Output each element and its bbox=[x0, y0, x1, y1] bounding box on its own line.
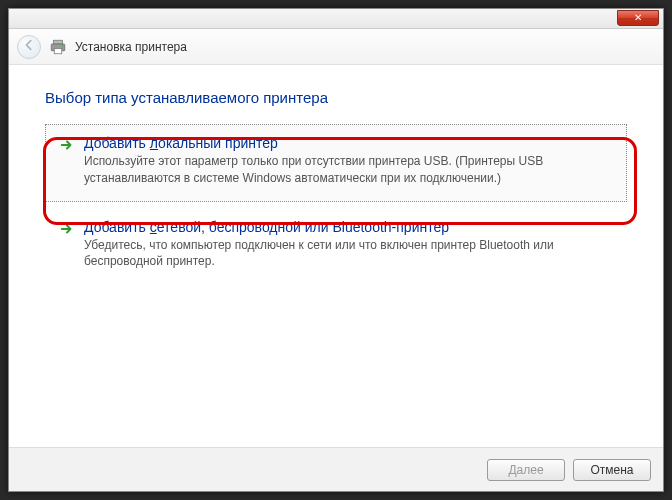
footer: Далее Отмена bbox=[9, 447, 663, 491]
svg-point-3 bbox=[62, 45, 64, 47]
back-button[interactable] bbox=[17, 35, 41, 59]
content: Выбор типа устанавливаемого принтера Доб… bbox=[9, 65, 663, 285]
next-button: Далее bbox=[487, 459, 565, 481]
option-description: Убедитесь, что компьютер подключен к сет… bbox=[84, 237, 612, 271]
option-title-accel: л bbox=[150, 135, 158, 151]
option-title: Добавить сетевой, беспроводной или Bluet… bbox=[84, 219, 612, 235]
page-title: Выбор типа устанавливаемого принтера bbox=[45, 89, 627, 106]
next-button-label: алее bbox=[517, 463, 544, 477]
header-title: Установка принтера bbox=[75, 40, 187, 54]
option-title-post: окальный принтер bbox=[158, 135, 278, 151]
option-add-network-printer[interactable]: Добавить сетевой, беспроводной или Bluet… bbox=[45, 208, 627, 286]
option-title-accel: с bbox=[150, 219, 157, 235]
header: Установка принтера bbox=[9, 29, 663, 65]
next-button-accel: Д bbox=[508, 463, 516, 477]
option-description: Используйте этот параметр только при отс… bbox=[84, 153, 612, 187]
svg-rect-2 bbox=[54, 48, 62, 53]
printer-icon bbox=[49, 38, 67, 56]
option-title: Добавить локальный принтер bbox=[84, 135, 612, 151]
cancel-button-label: Отмена bbox=[590, 463, 633, 477]
close-button[interactable]: ✕ bbox=[617, 10, 659, 26]
option-title-pre: Добавить bbox=[84, 219, 150, 235]
option-title-pre: Добавить bbox=[84, 135, 150, 151]
arrow-right-icon bbox=[60, 138, 74, 152]
titlebar: ✕ bbox=[9, 9, 663, 29]
wizard-window: ✕ Установка принтера Выбор типа устанавл… bbox=[8, 8, 664, 492]
cancel-button[interactable]: Отмена bbox=[573, 459, 651, 481]
arrow-left-icon bbox=[22, 38, 36, 55]
option-add-local-printer[interactable]: Добавить локальный принтер Используйте э… bbox=[45, 124, 627, 202]
svg-rect-0 bbox=[54, 40, 63, 44]
arrow-right-icon bbox=[60, 222, 74, 236]
close-icon: ✕ bbox=[634, 12, 642, 23]
option-title-post: етевой, беспроводной или Bluetooth-принт… bbox=[157, 219, 449, 235]
